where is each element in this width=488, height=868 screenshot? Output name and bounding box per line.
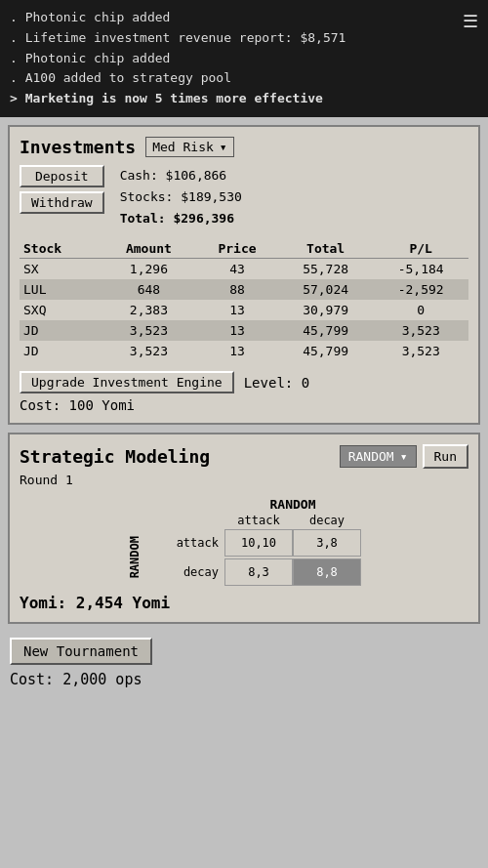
table-row[interactable]: JD3,5231345,7993,523 bbox=[20, 320, 468, 341]
cell-stock: SX bbox=[20, 259, 102, 280]
strategy-matrix: RANDOM attack decay RANDOM attack 10,10 … bbox=[20, 497, 468, 586]
upgrade-cost: Cost: 100 Yomi bbox=[20, 397, 468, 413]
cell-price: 13 bbox=[196, 341, 278, 361]
cell-0-1: 3,8 bbox=[293, 529, 361, 557]
chevron-down-icon: ▾ bbox=[400, 449, 408, 464]
col-header-amount: Amount bbox=[102, 239, 197, 259]
deposit-button[interactable]: Deposit bbox=[20, 165, 104, 187]
investments-panel: Investments Med Risk ▾ Deposit Withdraw … bbox=[8, 125, 480, 425]
cell-total: 45,799 bbox=[278, 320, 374, 341]
yomi-display: Yomi: 2,454 Yomi bbox=[20, 594, 468, 612]
cell-stock: SXQ bbox=[20, 300, 102, 320]
stocks-display: Stocks: $189,530 bbox=[120, 186, 242, 208]
col-header-attack: attack bbox=[224, 514, 293, 527]
withdraw-button[interactable]: Withdraw bbox=[20, 191, 104, 214]
table-row[interactable]: LUL6488857,024-2,592 bbox=[20, 279, 468, 300]
cell-pl: 3,523 bbox=[373, 320, 468, 341]
cell-price: 88 bbox=[196, 279, 278, 300]
cell-0-0: 10,10 bbox=[224, 529, 293, 557]
log-line-1: . Photonic chip added bbox=[10, 8, 478, 28]
strategic-modeling-panel: Strategic Modeling RANDOM ▾ Run Round 1 … bbox=[8, 433, 480, 624]
row-header-attack: attack bbox=[142, 536, 224, 550]
activity-log: ☰ . Photonic chip added . Lifetime inves… bbox=[0, 0, 488, 117]
col-header-stock: Stock bbox=[20, 239, 102, 259]
cell-amount: 3,523 bbox=[102, 320, 197, 341]
cell-total: 30,979 bbox=[278, 300, 374, 320]
col-header-price: Price bbox=[196, 239, 278, 259]
col-header-pl: P/L bbox=[373, 239, 468, 259]
cell-stock: LUL bbox=[20, 279, 102, 300]
round-label: Round 1 bbox=[20, 473, 468, 487]
log-line-4: . A100 added to strategy pool bbox=[10, 68, 478, 89]
cell-total: 57,024 bbox=[278, 279, 374, 300]
sm-title: Strategic Modeling bbox=[20, 446, 210, 467]
strategy-label: RANDOM bbox=[348, 449, 394, 464]
cell-total: 45,799 bbox=[278, 341, 374, 361]
run-button[interactable]: Run bbox=[423, 444, 468, 469]
cell-stock: JD bbox=[20, 341, 102, 361]
cell-pl: 0 bbox=[373, 300, 468, 320]
table-row[interactable]: SXQ2,3831330,9790 bbox=[20, 300, 468, 320]
cell-pl: -2,592 bbox=[373, 279, 468, 300]
log-highlight: > Marketing is now 5 times more effectiv… bbox=[10, 89, 478, 109]
cell-stock: JD bbox=[20, 320, 102, 341]
tournament-cost: Cost: 2,000 ops bbox=[10, 671, 478, 688]
row-player-label: RANDOM bbox=[128, 536, 142, 578]
cell-pl: -5,184 bbox=[373, 259, 468, 280]
strategy-dropdown[interactable]: RANDOM ▾ bbox=[340, 445, 417, 468]
log-line-2: . Lifetime investment revenue report: $8… bbox=[10, 28, 478, 49]
cell-total: 55,728 bbox=[278, 259, 374, 280]
cell-pl: 3,523 bbox=[373, 341, 468, 361]
cell-amount: 2,383 bbox=[102, 300, 197, 320]
cell-1-1: 8,8 bbox=[293, 558, 361, 586]
cash-display: Cash: $106,866 bbox=[120, 165, 242, 186]
stock-table: Stock Amount Price Total P/L SX1,2964355… bbox=[20, 239, 468, 361]
menu-icon[interactable]: ☰ bbox=[463, 8, 478, 36]
cell-amount: 1,296 bbox=[102, 259, 197, 280]
investments-title: Investments bbox=[20, 137, 136, 157]
upgrade-engine-button[interactable]: Upgrade Investment Engine bbox=[20, 371, 234, 393]
cell-price: 43 bbox=[196, 259, 278, 280]
chevron-down-icon: ▾ bbox=[220, 140, 227, 154]
cell-1-0: 8,3 bbox=[224, 558, 293, 586]
total-display: Total: $296,396 bbox=[120, 208, 242, 229]
risk-label: Med Risk bbox=[152, 140, 214, 154]
col-header-total: Total bbox=[278, 239, 374, 259]
table-row[interactable]: SX1,2964355,728-5,184 bbox=[20, 259, 468, 280]
col-player-label: RANDOM bbox=[270, 497, 316, 512]
cell-amount: 648 bbox=[102, 279, 197, 300]
col-header-decay: decay bbox=[293, 514, 361, 527]
cell-amount: 3,523 bbox=[102, 341, 197, 361]
risk-dropdown[interactable]: Med Risk ▾ bbox=[145, 137, 233, 157]
new-tournament-button[interactable]: New Tournament bbox=[10, 638, 152, 665]
log-line-3: . Photonic chip added bbox=[10, 49, 478, 69]
row-header-decay: decay bbox=[142, 565, 224, 579]
cell-price: 13 bbox=[196, 320, 278, 341]
cell-price: 13 bbox=[196, 300, 278, 320]
new-tournament-section: New Tournament Cost: 2,000 ops bbox=[0, 632, 488, 704]
table-row[interactable]: JD3,5231345,7993,523 bbox=[20, 341, 468, 361]
engine-level: Level: 0 bbox=[244, 375, 309, 391]
